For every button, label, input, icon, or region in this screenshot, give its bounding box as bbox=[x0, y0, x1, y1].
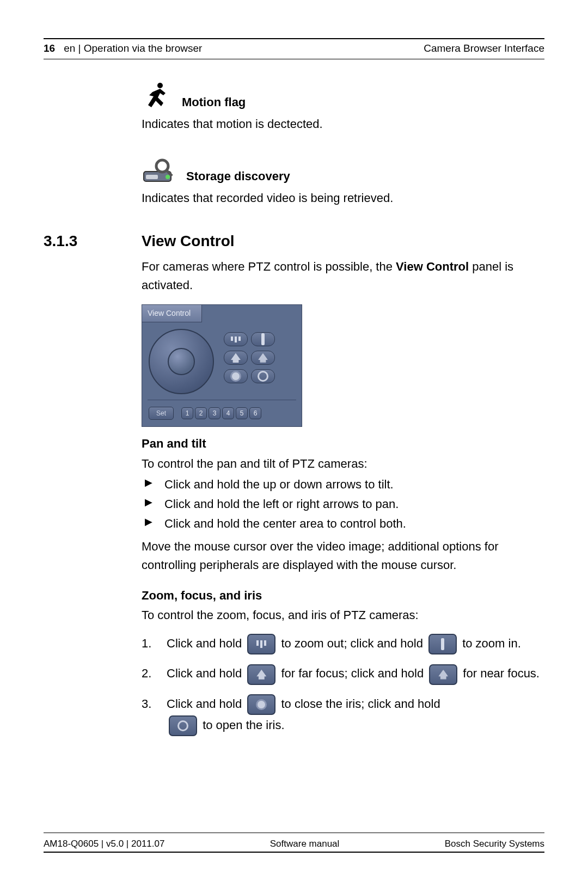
focus-far-icon bbox=[247, 664, 275, 685]
footer-right: Bosch Security Systems bbox=[445, 839, 544, 849]
view-control-tab[interactable]: View Control bbox=[142, 305, 202, 323]
bullet-icon: ▶ bbox=[145, 475, 152, 494]
preset-6[interactable]: 6 bbox=[249, 407, 261, 419]
list-item: Click and hold to close the iris; click … bbox=[167, 694, 544, 736]
footer-left: AM18-Q0605 | v5.0 | 2011.07 bbox=[44, 839, 164, 849]
bullet-icon: ▶ bbox=[145, 515, 152, 533]
svg-point-3 bbox=[166, 175, 170, 179]
iris-close-icon bbox=[247, 694, 275, 715]
preset-1[interactable]: 1 bbox=[181, 407, 193, 419]
bullet-text: Click and hold the center area to contro… bbox=[164, 515, 406, 533]
zoom-in-icon bbox=[428, 634, 457, 654]
focus-near-icon bbox=[429, 664, 457, 685]
bullet-text: Click and hold the up or down arrows to … bbox=[164, 475, 394, 494]
zoom-out-button[interactable] bbox=[224, 332, 248, 346]
svg-rect-2 bbox=[146, 175, 158, 179]
focus-far-button[interactable] bbox=[224, 351, 248, 365]
list-number: 3. bbox=[142, 694, 155, 714]
breadcrumb: en | Operation via the browser bbox=[64, 42, 202, 54]
storage-discovery-icon bbox=[142, 155, 176, 186]
preset-set-button[interactable]: Set bbox=[149, 407, 174, 420]
svg-point-4 bbox=[156, 160, 168, 172]
section-title: View Control bbox=[142, 229, 235, 253]
pan-tilt-heading: Pan and tilt bbox=[142, 435, 544, 453]
list-number: 1. bbox=[142, 633, 155, 653]
page-footer: AM18-Q0605 | v5.0 | 2011.07 Software man… bbox=[44, 833, 544, 853]
pan-tilt-after: Move the mouse cursor over the video ima… bbox=[142, 537, 544, 574]
motion-flag-title: Motion flag bbox=[182, 93, 246, 112]
motion-flag-desc: Indicates that motion is dectected. bbox=[142, 115, 544, 133]
page-header: 16 en | Operation via the browser Camera… bbox=[44, 42, 544, 59]
focus-near-button[interactable] bbox=[251, 351, 275, 365]
preset-3[interactable]: 3 bbox=[209, 407, 220, 419]
section-intro: For cameras where PTZ control is possibl… bbox=[142, 258, 544, 295]
svg-point-0 bbox=[157, 83, 163, 88]
iris-close-button[interactable] bbox=[224, 369, 248, 383]
iris-open-button[interactable] bbox=[251, 369, 275, 383]
section-number: 3.1.3 bbox=[44, 229, 142, 253]
list-number: 2. bbox=[142, 663, 155, 683]
doc-title: Camera Browser Interface bbox=[424, 42, 544, 54]
iris-open-icon bbox=[169, 715, 197, 736]
preset-2[interactable]: 2 bbox=[195, 407, 207, 419]
pan-tilt-intro: To control the pan and tilt of PTZ camer… bbox=[142, 455, 544, 473]
view-control-panel: View Control bbox=[142, 304, 302, 427]
motion-flag-icon bbox=[142, 81, 172, 112]
ptz-dpad[interactable] bbox=[149, 329, 214, 394]
bullet-icon: ▶ bbox=[145, 495, 152, 513]
bullet-text: Click and hold the left or right arrows … bbox=[164, 495, 399, 513]
zfi-intro: To control the zoom, focus, and iris of … bbox=[142, 606, 544, 625]
page-number: 16 bbox=[44, 42, 55, 54]
zoom-out-icon bbox=[247, 634, 275, 654]
preset-5[interactable]: 5 bbox=[236, 407, 248, 419]
preset-4[interactable]: 4 bbox=[222, 407, 234, 419]
list-item: Click and hold to zoom out; click and ho… bbox=[167, 633, 544, 654]
zfi-heading: Zoom, focus, and iris bbox=[142, 586, 544, 605]
footer-center: Software manual bbox=[270, 839, 340, 849]
zoom-in-button[interactable] bbox=[251, 332, 275, 346]
storage-discovery-desc: Indicates that recorded video is being r… bbox=[142, 189, 544, 207]
storage-discovery-title: Storage discovery bbox=[186, 167, 290, 186]
list-item: Click and hold for far focus; click and … bbox=[167, 663, 544, 684]
